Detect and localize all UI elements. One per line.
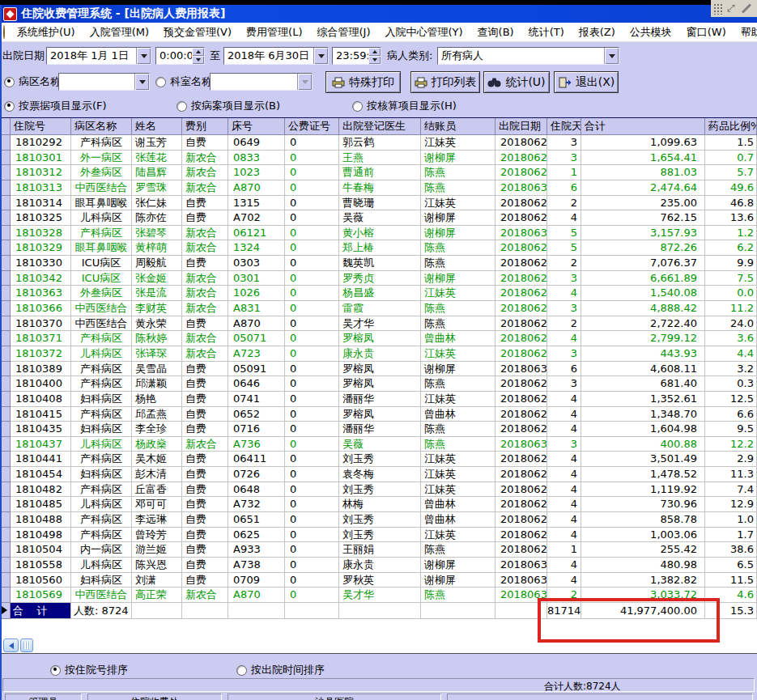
spin-down-icon[interactable] xyxy=(192,56,204,64)
column-header[interactable]: 结账员 xyxy=(421,118,495,135)
menu-item[interactable]: 综合管理(J) xyxy=(309,23,377,42)
spin-down-icon[interactable] xyxy=(368,56,381,64)
total-row[interactable]: 合 计 人数: 8724 81714 41,977,400.00 15.3 xyxy=(0,603,757,619)
column-header[interactable]: 姓名 xyxy=(132,118,182,135)
cell: 3,033.72 xyxy=(581,588,705,603)
column-header[interactable]: 出院登记医生 xyxy=(339,118,421,135)
hscroll-thumb[interactable] xyxy=(20,638,33,652)
column-header[interactable]: 床号 xyxy=(228,118,285,135)
column-header[interactable]: 费别 xyxy=(182,118,228,135)
sort-mode-option[interactable]: 按住院号排序 xyxy=(50,661,128,679)
table-row[interactable]: 1810437儿科病区杨政燊新农合A7360吴薇陈燕201806303400.8… xyxy=(0,437,757,452)
table-row[interactable]: 1810389产科病区吴雪晶自费050910罗榕凤谢柳屏2018063064,6… xyxy=(0,362,757,377)
print-list-button[interactable]: 打印列表 xyxy=(410,71,480,93)
spin-up-icon[interactable] xyxy=(192,48,204,56)
table-row[interactable]: 1810504内一病区游兰姬自费A9330王丽娟陈燕201806291255.4… xyxy=(0,542,757,558)
menu-item[interactable]: 系统维护(U) xyxy=(10,23,83,42)
radio-icon[interactable] xyxy=(4,77,15,87)
dropdown-arrow-icon[interactable] xyxy=(313,48,328,64)
table-row[interactable]: 1810330ICU病区周毅航自费03030魏英凯陈燕2018062627,07… xyxy=(0,256,757,271)
table-row[interactable]: 1810366中西医结合李财英新农合A8310雷霞陈燕2018062834,88… xyxy=(0,301,757,316)
radio-icon[interactable] xyxy=(236,665,247,676)
radio-icon[interactable] xyxy=(50,665,61,676)
table-row[interactable]: 1810560妇科病区刘潇自费07090罗秋英谢柳屏2018063041,382… xyxy=(0,573,757,588)
cell: 江妹英 xyxy=(421,467,495,482)
table-row[interactable]: 1810325儿科病区陈亦佐自费A7020吴薇谢柳屏201806274762.1… xyxy=(0,210,757,226)
table-row[interactable]: 1810314眼耳鼻咽喉张仁妹自费13150曹晓珊江妹英201806252235… xyxy=(0,196,757,211)
menu-item[interactable]: 窗口(W) xyxy=(679,23,734,42)
table-row[interactable]: 1810488产科病区李远琳自费06510刘玉秀曾曲林201806294858.… xyxy=(0,512,757,528)
stats-button[interactable]: 统计(U) xyxy=(483,71,550,93)
table-row[interactable]: 1810435妇科病区李全珍自费07160潘丽华陈燕2018062841,604… xyxy=(0,422,757,437)
dept-name-radio[interactable]: 科室名称 xyxy=(155,73,212,91)
column-header[interactable]: 病区名称 xyxy=(71,118,132,135)
exit-button[interactable]: 退出(X) xyxy=(554,71,619,93)
menu-item[interactable]: 费用管理(L) xyxy=(239,23,309,42)
table-row[interactable]: 1810558儿科病区陈兴恩自费A7380康永贵谢柳屏201806304480.… xyxy=(0,558,757,573)
table-row[interactable]: 1810371产科病区陈秋婷新农合050710罗榕凤曾曲林2018062942,… xyxy=(0,331,757,346)
ward-name-combo[interactable] xyxy=(58,73,150,91)
menu-item[interactable]: 公共模块 xyxy=(623,23,679,42)
menu-item[interactable]: 入院中心管理(Y) xyxy=(377,23,470,42)
table-row[interactable]: 1810498产科病区曾玲芳自费06250刘玉秀江妹英2018062941,00… xyxy=(0,528,757,543)
time-from-spinner[interactable]: 0:00:00 xyxy=(155,47,205,65)
date-from-combo[interactable]: 2018年 1月 1日 xyxy=(46,47,151,65)
table-row[interactable]: 1810415产科病区邱孟燕自费06520罗榕凤曾曲林2018062841,34… xyxy=(0,407,757,422)
dropdown-arrow-icon[interactable] xyxy=(604,48,619,64)
cell: 06121 xyxy=(228,226,285,241)
cell: 曾曲林 xyxy=(421,497,495,512)
table-row[interactable]: 1810313中西医结合罗雪珠新农合A8700牛春梅陈燕2018063062,4… xyxy=(0,180,757,196)
radio-icon[interactable] xyxy=(352,101,363,112)
table-row[interactable]: 1810292产科病区谢玉芳自费06490郭云鹤江妹英2018062531,09… xyxy=(0,135,757,151)
table-row[interactable]: 1810372儿科病区张译琛新农合A7230康永贵江妹英201806293443… xyxy=(0,346,757,362)
menu-item[interactable]: 入院管理(M) xyxy=(83,23,156,42)
column-header[interactable]: 出院日期 xyxy=(495,118,547,135)
table-row[interactable]: 1810569中西医结合高正荣新农合A8700吴才华陈燕2018063023,0… xyxy=(0,588,757,603)
display-mode-option[interactable]: 按票据项目显示(F) xyxy=(4,97,107,115)
table-row[interactable]: 1810312外叁病区陆昌辉新农合10230曹通前陈燕201806261881.… xyxy=(0,165,757,180)
hscroll-left-button[interactable] xyxy=(3,638,19,652)
radio-icon[interactable] xyxy=(155,77,166,87)
radio-icon[interactable] xyxy=(4,101,15,112)
special-print-button[interactable]: 特殊打印 xyxy=(325,71,401,93)
ward-name-radio[interactable]: 病区名称 xyxy=(4,73,61,91)
report-grid[interactable]: 住院号病区名称姓名费别床号公费证号出院登记医生结账员出院日期住院天合计药品比例%… xyxy=(0,117,757,655)
table-row[interactable]: 1810441产科病区吴木姬自费064110刘玉秀江妹英2018062943,5… xyxy=(0,452,757,467)
display-mode-option[interactable]: 按病案项目显示(B) xyxy=(176,97,280,115)
table-row[interactable]: 1810329眼耳鼻咽喉黄梓萌新农合13240郑上椿陈燕201806295872… xyxy=(0,240,757,256)
menu-item[interactable]: 统计(T) xyxy=(521,23,572,42)
display-mode-option[interactable]: 按核算项目显示(H) xyxy=(352,97,457,115)
radio-icon[interactable] xyxy=(176,101,187,112)
cell: 3,501.49 xyxy=(581,452,705,467)
date-to-combo[interactable]: 2018年 6月30日 xyxy=(223,47,329,65)
sort-mode-option[interactable]: 按出院时间排序 xyxy=(236,661,325,679)
column-header[interactable]: 住院号 xyxy=(11,118,71,135)
table-row[interactable]: 1810342ICU病区张金姬新农合03010罗秀贞谢柳屏2018062836,… xyxy=(0,271,757,286)
menu-item[interactable]: 帮助(H) xyxy=(734,23,757,42)
cell: 3 xyxy=(547,271,581,286)
column-header[interactable]: 合计 xyxy=(581,118,705,135)
table-row[interactable]: 1810301外一病区张莲花新农合08330王燕谢柳屏2018062831,65… xyxy=(0,151,757,166)
column-header[interactable]: 药品比例% xyxy=(705,118,757,135)
table-row[interactable]: 1810328产科病区张碧琴新农合061210黄小榕谢柳屏2018063053,… xyxy=(0,226,757,241)
cell: 1.2 xyxy=(705,226,757,241)
menu-item[interactable]: 报表(Z) xyxy=(572,23,623,42)
spin-up-icon[interactable] xyxy=(368,48,381,56)
cell: 24.0 xyxy=(705,316,757,332)
dropdown-arrow-icon[interactable] xyxy=(134,74,149,90)
table-row[interactable]: 1810482产科病区丘富香自费06480刘玉秀江妹英2018062941,11… xyxy=(0,482,757,498)
table-row[interactable]: 1810370中西医结合黄永荣自费A8700吴才华陈燕2018062922,72… xyxy=(0,316,757,332)
table-row[interactable]: 1810485儿科病区邓可可自费A7320林梅曾曲林201806294730.9… xyxy=(0,497,757,512)
column-header[interactable]: 公费证号 xyxy=(285,118,339,135)
time-to-spinner[interactable]: 23:59:59 xyxy=(332,47,381,65)
patient-type-combo[interactable]: 所有病人 xyxy=(437,47,619,65)
table-row[interactable]: 1810400产科病区邱潇颖自费06460罗榕凤陈燕201806273681.4… xyxy=(0,376,757,392)
table-row[interactable]: 1810408妇科病区杨艳自费07410潘丽华江妹英2018062941,352… xyxy=(0,392,757,407)
table-row[interactable]: 1810363外叁病区张是流新农合10260杨昌盛江妹英2018062941,5… xyxy=(0,286,757,301)
cell: 1810312 xyxy=(11,165,71,180)
menu-item[interactable]: 预交金管理(V) xyxy=(156,23,239,42)
table-row[interactable]: 1810454妇科病区彭木清自费07260袁冬梅江妹英2018062941,47… xyxy=(0,467,757,482)
dropdown-arrow-icon[interactable] xyxy=(136,48,151,64)
menu-item[interactable]: 查询(B) xyxy=(470,23,521,42)
column-header[interactable]: 住院天 xyxy=(547,118,581,135)
